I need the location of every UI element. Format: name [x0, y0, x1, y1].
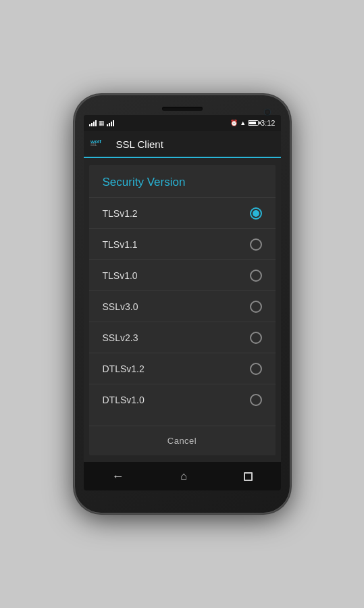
navigation-bar: ← ⌂: [84, 462, 281, 490]
radio-label-sslv23: SSLv2.3: [103, 332, 138, 343]
signal-strength-icon: [89, 120, 97, 126]
phone-top-bar: [84, 107, 281, 111]
status-bar: ▦ ⏰ ▲ 3:12: [84, 115, 281, 131]
battery-fill: [249, 122, 256, 124]
signal-strength2-icon: [107, 120, 114, 126]
security-dialog: Security Version TLSv1.2TLSv1.1TLSv1.0SS…: [89, 165, 276, 455]
dialog-title: Security Version: [89, 165, 276, 198]
radio-button-tlsv10[interactable]: [250, 270, 262, 282]
radio-item-dtlsv12[interactable]: DTLSv1.2: [89, 353, 276, 384]
radio-item-tlsv10[interactable]: TLSv1.0: [89, 260, 276, 291]
phone-screen: ▦ ⏰ ▲ 3:12 wolf: [84, 115, 281, 490]
recents-icon: [244, 472, 253, 481]
speaker-grille: [162, 107, 203, 111]
radio-button-dtlsv12[interactable]: [250, 363, 262, 375]
radio-item-sslv23[interactable]: SSLv2.3: [89, 322, 276, 353]
radio-item-tlsv11[interactable]: TLSv1.1: [89, 229, 276, 260]
radio-label-sslv30: SSLv3.0: [103, 301, 138, 312]
radio-button-tlsv11[interactable]: [250, 238, 262, 251]
radio-button-sslv23[interactable]: [250, 332, 262, 344]
radio-label-tlsv10: TLSv1.0: [103, 270, 138, 281]
phone-bottom: [84, 490, 281, 501]
radio-button-sslv30[interactable]: [250, 301, 262, 313]
radio-label-dtlsv12: DTLSv1.2: [103, 363, 145, 374]
alarm-icon: ⏰: [230, 120, 238, 126]
phone-frame: ▦ ⏰ ▲ 3:12 wolf: [74, 95, 290, 513]
svg-text:SSL: SSL: [90, 143, 97, 146]
wifi-icon: ▲: [240, 120, 246, 126]
cancel-button[interactable]: Cancel: [154, 429, 210, 453]
radio-item-tlsv12[interactable]: TLSv1.2: [89, 198, 276, 229]
sim-icon: ▦: [99, 120, 105, 126]
battery-icon: [248, 120, 259, 126]
radio-option-list: TLSv1.2TLSv1.1TLSv1.0SSLv3.0SSLv2.3DTLSv…: [89, 198, 276, 426]
status-time: 3:12: [261, 119, 275, 127]
radio-item-dtlsv10[interactable]: DTLSv1.0: [89, 384, 276, 415]
app-bar: wolf SSL SSL Client: [84, 131, 281, 158]
back-icon: ←: [111, 470, 124, 484]
screen-content: Security Version TLSv1.2TLSv1.1TLSv1.0SS…: [84, 158, 281, 462]
front-camera: [265, 109, 270, 115]
radio-label-dtlsv10: DTLSv1.0: [103, 395, 145, 405]
status-left-icons: ▦: [89, 120, 114, 126]
radio-label-tlsv12: TLSv1.2: [103, 208, 138, 219]
radio-item-sslv30[interactable]: SSLv3.0: [89, 291, 276, 322]
app-logo: wolf SSL: [90, 136, 111, 151]
home-icon: ⌂: [180, 470, 187, 482]
radio-button-dtlsv10[interactable]: [250, 394, 262, 406]
radio-label-tlsv11: TLSv1.1: [103, 239, 138, 250]
radio-button-tlsv12[interactable]: [250, 207, 262, 220]
home-button[interactable]: ⌂: [170, 465, 198, 488]
dialog-actions: Cancel: [89, 426, 276, 455]
status-right-icons: ⏰ ▲ 3:12: [230, 119, 275, 127]
recents-button[interactable]: [233, 467, 263, 486]
app-title: SSL Client: [116, 138, 163, 150]
back-button[interactable]: ←: [101, 464, 134, 489]
wolfssl-logo-icon: wolf SSL: [90, 136, 111, 146]
